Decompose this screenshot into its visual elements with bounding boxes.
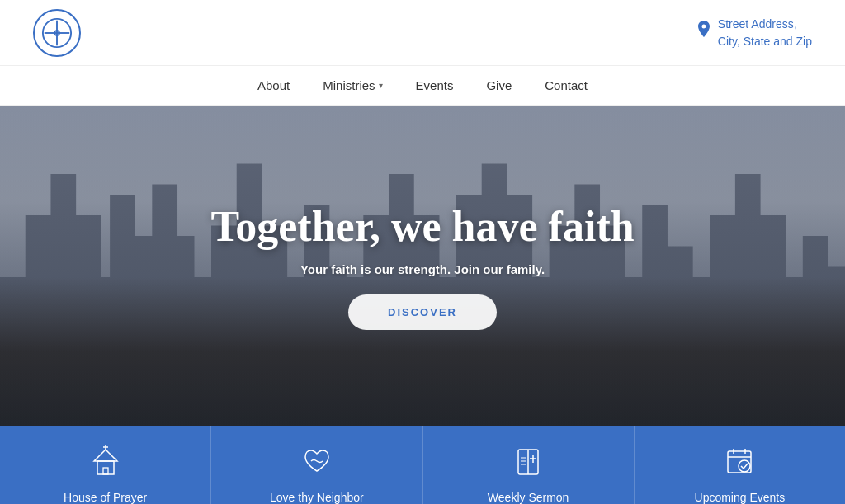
address-area: Street Address, City, State and Zip (696, 16, 812, 50)
location-pin-icon (696, 19, 711, 46)
strip-item-house-of-prayer[interactable]: House of Prayer (0, 426, 211, 504)
love-thy-neighbor-icon (299, 443, 335, 483)
nav-label-contact: Contact (545, 78, 588, 92)
strip-label-house-of-prayer: House of Prayer (64, 491, 147, 504)
main-nav: About Ministries ▾ Events Give Contact (0, 66, 845, 106)
hero-subtitle: Your faith is our strength. Join our fam… (300, 262, 545, 276)
address-line1: Street Address, (718, 16, 812, 33)
nav-item-ministries[interactable]: Ministries ▾ (323, 78, 382, 92)
upcoming-events-icon (721, 443, 758, 483)
logo-icon (33, 9, 81, 57)
strip-item-upcoming-events[interactable]: Upcoming Events (635, 426, 845, 504)
address-line2: City, State and Zip (718, 33, 812, 50)
header: Street Address, City, State and Zip (0, 0, 845, 66)
hero-title: Together, we have faith (210, 202, 634, 251)
svg-rect-8 (103, 468, 108, 474)
hero-content: Together, we have faith Your faith is ou… (0, 106, 845, 426)
logo-area[interactable] (33, 9, 81, 57)
house-of-prayer-icon (87, 443, 124, 483)
nav-item-about[interactable]: About (257, 78, 290, 92)
chevron-down-icon: ▾ (379, 81, 383, 90)
bottom-strip: House of Prayer Love thy Neighbor (0, 426, 845, 504)
nav-item-events[interactable]: Events (416, 78, 454, 92)
strip-label-weekly-sermon: Weekly Sermon (488, 491, 569, 504)
hero-section: Together, we have faith Your faith is ou… (0, 106, 845, 426)
nav-label-give: Give (486, 78, 512, 92)
nav-label-events: Events (416, 78, 454, 92)
nav-item-give[interactable]: Give (486, 78, 512, 92)
strip-label-upcoming-events: Upcoming Events (695, 491, 786, 504)
nav-label-ministries: Ministries (323, 78, 375, 92)
svg-point-20 (739, 460, 750, 472)
address-text: Street Address, City, State and Zip (718, 16, 812, 50)
strip-label-love-thy-neighbor: Love thy Neighbor (270, 491, 364, 504)
strip-item-love-thy-neighbor[interactable]: Love thy Neighbor (211, 426, 422, 504)
nav-item-contact[interactable]: Contact (545, 78, 588, 92)
strip-item-weekly-sermon[interactable]: Weekly Sermon (423, 426, 635, 504)
nav-label-about: About (257, 78, 290, 92)
svg-marker-5 (94, 450, 117, 461)
discover-button[interactable]: DISCOVER (348, 294, 497, 330)
weekly-sermon-icon (510, 443, 546, 483)
